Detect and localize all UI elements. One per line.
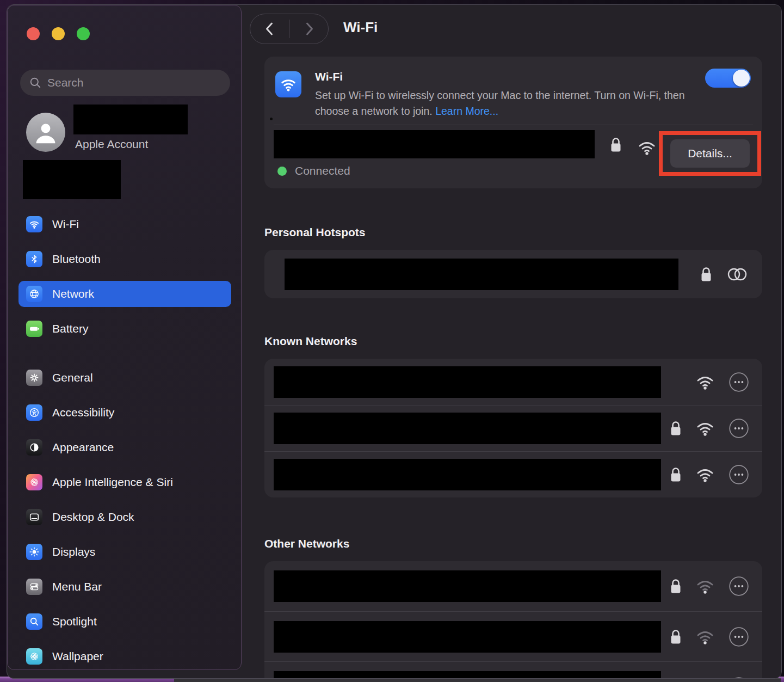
stray-dot — [270, 118, 273, 120]
redacted-network-name — [285, 259, 678, 290]
network-row[interactable] — [264, 405, 762, 451]
sidebar-item-displays[interactable]: Displays — [18, 539, 231, 565]
more-options-icon[interactable] — [729, 626, 749, 647]
wifi-description-text: Set up Wi-Fi to wirelessly connect your … — [315, 89, 685, 117]
sidebar-item-network[interactable]: Network — [18, 281, 231, 307]
apple-account-label: Apple Account — [75, 138, 148, 151]
sidebar-item-bluetooth[interactable]: Bluetooth — [18, 246, 231, 272]
apple-intelligence-icon — [26, 474, 42, 490]
status-dot — [277, 167, 287, 176]
sidebar-item-battery[interactable]: Battery — [18, 316, 231, 342]
network-row[interactable] — [264, 661, 762, 679]
sidebar-item-wallpaper[interactable]: Wallpaper — [18, 643, 231, 669]
network-row-icons — [670, 418, 749, 439]
zoom-button[interactable] — [77, 27, 90, 40]
redacted-network-name — [274, 671, 661, 679]
sidebar-item-spotlight[interactable]: Spotlight — [18, 609, 231, 635]
personal-hotspot-link-icon — [725, 266, 749, 283]
network-row[interactable] — [264, 451, 762, 497]
sidebar-item-general[interactable]: General — [18, 365, 231, 391]
details-button[interactable]: Details... — [670, 139, 750, 168]
minimize-button[interactable] — [52, 27, 65, 40]
accessibility-icon — [26, 404, 42, 421]
battery-icon — [26, 321, 42, 337]
sidebar-item-label: Network — [52, 287, 94, 300]
wifi-card: Wi-Fi Set up Wi-Fi to wirelessly connect… — [264, 57, 762, 188]
appearance-icon — [26, 439, 42, 456]
sidebar-item-label: Appearance — [52, 441, 114, 454]
wifi-icon — [26, 216, 42, 232]
sidebar-item-label: Bluetooth — [52, 253, 101, 266]
redacted-network-name — [274, 413, 661, 444]
sidebar-item-label: Spotlight — [52, 615, 97, 628]
network-row-icons — [670, 464, 749, 485]
other-networks-card — [264, 561, 762, 679]
search-input[interactable]: Search — [20, 70, 230, 96]
spotlight-icon — [26, 613, 42, 630]
redacted-network-name — [274, 621, 661, 653]
network-row[interactable] — [264, 250, 762, 298]
lock-icon — [670, 420, 682, 437]
window-controls — [27, 27, 90, 40]
wifi-card-title: Wi-Fi — [315, 70, 343, 83]
other-networks-heading: Other Networks — [264, 535, 762, 552]
lock-icon — [610, 137, 622, 155]
redacted-network-name — [274, 459, 661, 490]
network-row[interactable] — [264, 561, 762, 611]
network-row-icons — [700, 266, 749, 283]
wifi-signal-weak-icon — [695, 679, 715, 679]
sidebar-item-label: Accessibility — [52, 406, 114, 419]
avatar — [26, 113, 65, 152]
apple-account-item[interactable]: Apple Account — [26, 113, 233, 152]
wallpaper-icon — [26, 648, 42, 665]
wifi-toggle[interactable] — [705, 69, 751, 88]
sidebar-item-label: Desktop & Dock — [52, 511, 134, 524]
more-options-icon[interactable] — [729, 418, 749, 439]
sidebar-item-label: Menu Bar — [52, 580, 102, 593]
search-placeholder: Search — [47, 76, 84, 89]
sidebar-item-apple-intelligence[interactable]: Apple Intelligence & Siri — [18, 469, 231, 495]
lock-icon — [670, 629, 682, 645]
network-row-icons — [695, 372, 749, 392]
sidebar-item-desktop-dock[interactable]: Desktop & Dock — [18, 504, 231, 530]
divider — [274, 125, 753, 125]
desktop-dock-icon — [26, 509, 42, 525]
sidebar-item-label: Wallpaper — [52, 650, 103, 663]
redacted-sidebar-block — [23, 160, 121, 199]
personal-hotspots-heading: Personal Hotspots — [264, 224, 762, 241]
sidebar-item-appearance[interactable]: Appearance — [18, 434, 231, 460]
close-button[interactable] — [27, 27, 40, 40]
sidebar-item-label: Battery — [52, 322, 89, 335]
displays-icon — [26, 544, 42, 560]
sidebar-item-label: Wi-Fi — [52, 218, 79, 231]
network-row[interactable] — [264, 359, 762, 405]
sidebar-item-accessibility[interactable]: Accessibility — [18, 400, 231, 426]
sidebar-item-menu-bar[interactable]: Menu Bar — [18, 574, 231, 600]
more-options-icon[interactable] — [729, 464, 749, 485]
more-options-icon[interactable] — [729, 677, 749, 679]
wifi-signal-icon — [695, 466, 715, 483]
lock-icon — [670, 466, 682, 483]
details-highlight-box: Details... — [659, 131, 761, 176]
wifi-signal-weak-icon — [695, 578, 715, 594]
known-networks-card — [264, 359, 762, 497]
network-row[interactable] — [264, 611, 762, 661]
more-options-icon[interactable] — [729, 372, 749, 392]
status-label: Connected — [295, 164, 350, 177]
sidebar-item-label: Apple Intelligence & Siri — [52, 476, 173, 489]
wifi-signal-icon — [695, 374, 715, 390]
redacted-network-name — [274, 366, 661, 398]
redacted-account-name — [73, 105, 188, 134]
more-options-icon[interactable] — [729, 576, 749, 597]
wifi-card-description: Set up Wi-Fi to wirelessly connect your … — [315, 88, 696, 119]
sidebar-item-label: General — [52, 371, 93, 384]
learn-more-link[interactable]: Learn More... — [435, 105, 498, 117]
menu-bar-icon — [26, 579, 42, 595]
sidebar-item-wifi[interactable]: Wi-Fi — [18, 211, 231, 237]
network-row-icons — [670, 677, 749, 679]
system-settings-window: Wi-Fi Wi-Fi Set up Wi-Fi to wirelessly c… — [7, 4, 782, 679]
search-icon — [29, 76, 42, 89]
network-row-icons — [670, 626, 749, 647]
sidebar-item-label: Displays — [52, 545, 95, 558]
wifi-app-icon — [275, 71, 301, 97]
